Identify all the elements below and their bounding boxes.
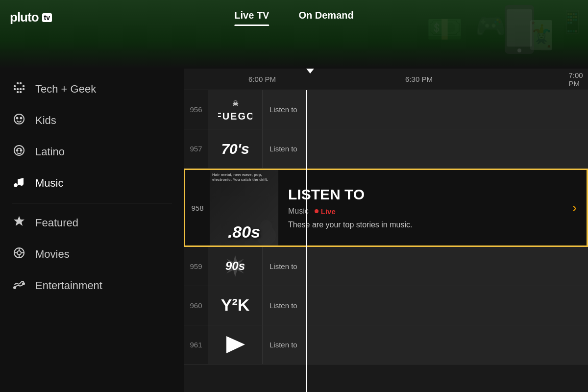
program-959[interactable]: Listen to bbox=[262, 247, 588, 286]
sidebar-item-music[interactable]: Music bbox=[0, 168, 184, 199]
logo[interactable]: plutotv bbox=[10, 10, 52, 25]
channel-logo-959: 90s bbox=[208, 247, 262, 286]
guide-rows: 956 ☠ FUEGO Listen to 957 bbox=[184, 90, 588, 392]
sidebar-item-featured[interactable]: Featured bbox=[0, 207, 184, 239]
sidebar-item-label: Latino bbox=[35, 146, 65, 158]
main-content: Tech + Geek Kids bbox=[0, 69, 588, 392]
channel-num-958: 958 bbox=[185, 204, 210, 212]
svg-point-21 bbox=[17, 150, 18, 151]
movies-icon bbox=[12, 246, 26, 262]
channel-num-959: 959 bbox=[184, 262, 208, 270]
guide-row-958[interactable]: 958 Hair metal, new wave, pop, electroni… bbox=[184, 169, 588, 247]
logo-tv: tv bbox=[42, 13, 52, 22]
chevron-right-icon[interactable]: › bbox=[572, 200, 577, 216]
svg-rect-7 bbox=[14, 85, 16, 87]
sidebar-item-label: Featured bbox=[35, 217, 78, 229]
svg-text:Y²K: Y²K bbox=[221, 295, 250, 314]
channel-logo-958: Hair metal, new wave, pop, electronic. Y… bbox=[210, 170, 278, 245]
time-indicator-line bbox=[306, 90, 307, 392]
logo-text: pluto bbox=[10, 10, 39, 25]
svg-rect-5 bbox=[507, 9, 532, 47]
sidebar: Tech + Geek Kids bbox=[0, 69, 184, 392]
svg-rect-11 bbox=[20, 88, 22, 90]
featured-icon bbox=[12, 215, 26, 231]
sidebar-item-label: Entertainment bbox=[35, 279, 102, 292]
svg-point-31 bbox=[23, 283, 24, 285]
time-indicator-top bbox=[306, 69, 314, 74]
svg-rect-9 bbox=[20, 82, 22, 84]
svg-marker-39 bbox=[226, 336, 245, 353]
channel-num-957: 957 bbox=[184, 145, 208, 153]
svg-rect-15 bbox=[17, 91, 19, 93]
svg-point-19 bbox=[21, 118, 22, 119]
live-badge: Live bbox=[315, 207, 336, 216]
channel-num-960: 960 bbox=[184, 301, 208, 310]
tech-geek-icon bbox=[12, 81, 26, 97]
svg-point-18 bbox=[17, 118, 18, 119]
svg-point-30 bbox=[14, 287, 16, 289]
selected-meta: Music Live bbox=[288, 207, 563, 216]
sidebar-item-tech-geek[interactable]: Tech + Geek bbox=[0, 74, 184, 105]
guide-row-957[interactable]: 957 70's Listen to bbox=[184, 129, 588, 169]
svg-text:📱: 📱 bbox=[559, 9, 587, 35]
live-dot bbox=[315, 209, 318, 213]
guide-row-959[interactable]: 959 90s Listen to bbox=[184, 247, 588, 286]
sidebar-item-entertainment[interactable]: Entertainment bbox=[0, 270, 184, 301]
svg-marker-23 bbox=[14, 216, 24, 226]
time-header: 6:00 PM 6:30 PM 7:00 PM bbox=[184, 69, 588, 90]
svg-rect-16 bbox=[20, 91, 22, 93]
channel-logo-957: 70's bbox=[208, 129, 262, 168]
sidebar-item-label: Music bbox=[35, 177, 63, 190]
channel-num-961: 961 bbox=[184, 341, 208, 349]
tab-live-tv[interactable]: Live TV bbox=[234, 10, 269, 24]
music-icon bbox=[12, 175, 26, 191]
svg-rect-8 bbox=[17, 82, 19, 84]
latino-icon bbox=[12, 144, 26, 160]
sidebar-item-latino[interactable]: Latino bbox=[0, 136, 184, 168]
phone-preview bbox=[485, 2, 549, 61]
time-630: 6:30 PM bbox=[405, 75, 433, 83]
program-956[interactable]: Listen to bbox=[262, 90, 588, 129]
guide-row-956[interactable]: 956 ☠ FUEGO Listen to bbox=[184, 90, 588, 129]
tab-on-demand[interactable]: On Demand bbox=[298, 10, 353, 24]
svg-rect-14 bbox=[23, 88, 24, 90]
selected-info-958: LISTEN TO Music Live These are your top … bbox=[278, 178, 572, 237]
svg-point-25 bbox=[17, 251, 21, 255]
sidebar-item-label: Movies bbox=[35, 248, 70, 261]
channel-logo-960: Y²K bbox=[208, 286, 262, 325]
selected-description: These are your top stories in music. bbox=[288, 220, 563, 229]
program-960[interactable]: Listen to bbox=[262, 286, 588, 325]
guide-row-961[interactable]: 961 Listen to bbox=[184, 325, 588, 365]
svg-text:90s: 90s bbox=[225, 259, 245, 272]
svg-point-22 bbox=[21, 150, 22, 151]
guide-row-960[interactable]: 960 Y²K Listen to bbox=[184, 286, 588, 325]
svg-text:💵: 💵 bbox=[426, 12, 463, 47]
time-700: 7:00 PM bbox=[568, 71, 583, 88]
selected-category: Music bbox=[288, 207, 309, 216]
top-bar: plutotv Live TV On Demand 💵 🎮 🃏 📱 bbox=[0, 0, 588, 69]
sidebar-divider bbox=[12, 203, 172, 203]
sidebar-item-kids[interactable]: Kids bbox=[0, 105, 184, 136]
time-600: 6:00 PM bbox=[248, 75, 276, 83]
sidebar-item-movies[interactable]: Movies bbox=[0, 239, 184, 270]
entertainment-icon bbox=[12, 278, 26, 294]
guide: 6:00 PM 6:30 PM 7:00 PM 956 ☠ FUEGO bbox=[184, 69, 588, 392]
svg-rect-12 bbox=[23, 85, 24, 87]
channel-logo-956: ☠ FUEGO bbox=[208, 90, 262, 129]
program-961[interactable]: Listen to bbox=[262, 325, 588, 364]
sidebar-item-label: Tech + Geek bbox=[35, 83, 96, 96]
svg-text:☠: ☠ bbox=[232, 99, 239, 107]
svg-text:FUEGO: FUEGO bbox=[218, 111, 252, 122]
program-957[interactable]: Listen to bbox=[262, 129, 588, 168]
svg-rect-10 bbox=[17, 88, 19, 90]
selected-title: LISTEN TO bbox=[288, 186, 563, 203]
svg-rect-13 bbox=[14, 88, 16, 90]
kids-icon bbox=[12, 113, 26, 128]
svg-point-35 bbox=[260, 220, 272, 232]
svg-point-6 bbox=[517, 49, 521, 52]
sidebar-item-label: Kids bbox=[35, 114, 56, 127]
channel-num-956: 956 bbox=[184, 105, 208, 114]
channel-logo-961 bbox=[208, 325, 262, 364]
nav-tabs: Live TV On Demand bbox=[234, 10, 353, 24]
